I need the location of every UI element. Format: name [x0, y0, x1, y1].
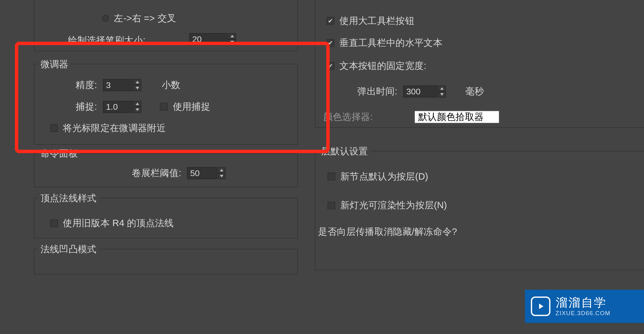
legacy-r4-label: 使用旧版本 R4 的顶点法线 — [63, 217, 174, 230]
layer-defaults-title: 层默认设置 — [319, 145, 371, 158]
horiz-text-label: 垂直工具栏中的水平文本 — [339, 37, 442, 49]
rollout-threshold-spinner[interactable] — [187, 167, 226, 179]
spinner-down-icon[interactable] — [134, 85, 141, 91]
watermark-line2: ZIXUE.3D66.COM — [556, 310, 611, 316]
flyout-time-unit: 毫秒 — [465, 85, 484, 98]
checkbox-icon — [50, 219, 58, 227]
checkbox-icon — [160, 103, 168, 111]
selection-mode-radio[interactable]: 左->右 => 交叉 — [102, 12, 176, 25]
flyout-time-label: 弹出时间: — [357, 85, 397, 98]
propagate-label: 是否向层传播取消隐藏/解冻命令? — [318, 226, 457, 239]
rollout-threshold-label: 卷展栏阈值: — [132, 167, 181, 180]
new-node-label: 新节点默认为按层(D) — [340, 170, 428, 183]
checkbox-icon — [327, 17, 334, 25]
checkbox-icon — [327, 62, 334, 70]
spinner-down-icon[interactable] — [134, 107, 141, 113]
brush-size-label: 绘制选择笔刷大小: — [68, 34, 145, 47]
lock-cursor-label: 将光标限定在微调器附近 — [63, 122, 166, 134]
new-light-checkbox[interactable]: 新灯光可渲染性为按层(N) — [328, 199, 447, 212]
checkbox-icon — [328, 202, 335, 209]
color-picker-label: 颜色选择器: — [323, 111, 373, 123]
brush-size-spinner[interactable] — [189, 33, 236, 45]
radio-icon — [102, 15, 109, 22]
lock-cursor-checkbox[interactable]: 将光标限定在微调器附近 — [50, 122, 166, 134]
use-snap-label: 使用捕捉 — [173, 100, 210, 113]
spinner-down-icon[interactable] — [228, 39, 236, 45]
snap-spinner[interactable] — [103, 101, 141, 113]
watermark-line1: 溜溜自学 — [556, 296, 611, 310]
command-panel-title: 命令面板 — [38, 147, 80, 160]
spinner-up-icon[interactable] — [134, 101, 141, 107]
spinner-down-icon[interactable] — [218, 173, 226, 179]
normal-bump-title: 法线凹凸模式 — [38, 243, 99, 256]
brush-size-input[interactable] — [189, 33, 227, 45]
checkbox-icon — [327, 39, 334, 47]
snap-input[interactable] — [103, 101, 133, 113]
spinner-up-icon[interactable] — [218, 167, 226, 173]
radio-label: 左->右 => 交叉 — [114, 12, 176, 25]
spinner-group-title: 微调器 — [38, 58, 71, 71]
new-node-checkbox[interactable]: 新节点默认为按层(D) — [328, 170, 428, 183]
flyout-time-input[interactable] — [403, 85, 437, 97]
checkbox-icon — [328, 173, 335, 180]
precision-spinner[interactable] — [103, 79, 141, 91]
large-toolbar-label: 使用大工具栏按钮 — [339, 14, 414, 27]
rollout-threshold-input[interactable] — [187, 167, 217, 179]
spinner-up-icon[interactable] — [438, 85, 446, 92]
precision-input[interactable] — [103, 79, 133, 91]
fixed-width-checkbox[interactable]: 文本按钮的固定宽度: — [327, 60, 426, 72]
precision-unit: 小数 — [162, 79, 181, 92]
horiz-text-checkbox[interactable]: 垂直工具栏中的水平文本 — [327, 37, 442, 49]
vertex-normal-title: 顶点法线样式 — [38, 192, 99, 204]
use-snap-checkbox[interactable]: 使用捕捉 — [160, 100, 210, 113]
spinner-up-icon[interactable] — [134, 79, 141, 85]
color-picker-dropdown[interactable]: 默认颜色拾取器 — [414, 111, 500, 123]
fixed-width-label: 文本按钮的固定宽度: — [339, 60, 426, 72]
spinner-down-icon[interactable] — [438, 92, 446, 98]
checkbox-icon — [50, 124, 58, 132]
color-picker-value: 默认颜色拾取器 — [418, 111, 484, 123]
new-light-label: 新灯光可渲染性为按层(N) — [340, 199, 447, 212]
legacy-r4-checkbox[interactable]: 使用旧版本 R4 的顶点法线 — [50, 217, 174, 230]
snap-label: 捕捉: — [76, 100, 97, 113]
precision-label: 精度: — [76, 79, 97, 92]
spinner-up-icon[interactable] — [228, 33, 236, 39]
flyout-time-spinner[interactable] — [403, 85, 446, 97]
play-icon — [531, 296, 550, 316]
watermark-badge: 溜溜自学 ZIXUE.3D66.COM — [525, 290, 644, 323]
large-toolbar-checkbox[interactable]: 使用大工具栏按钮 — [327, 14, 414, 27]
